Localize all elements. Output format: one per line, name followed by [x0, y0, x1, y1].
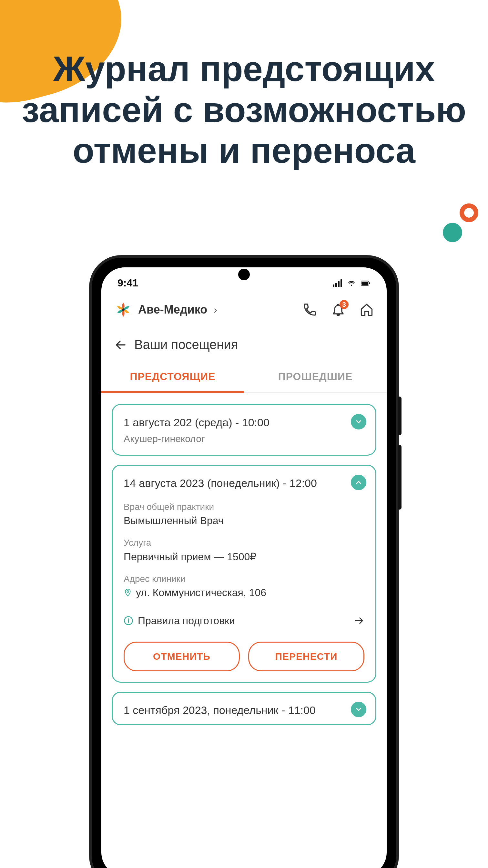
tab-past[interactable]: ПРОШЕДШИЕ: [244, 362, 387, 392]
reschedule-button[interactable]: ПЕРЕНЕСТИ: [248, 642, 364, 671]
signal-icon: [333, 279, 342, 287]
appointment-datetime: 1 сентября 2023, понедельник - 11:00: [124, 703, 364, 718]
svg-rect-2: [369, 282, 370, 284]
appointment-card[interactable]: 1 августа 202 (среда) - 10:00 Акушер-гин…: [112, 404, 376, 456]
svg-rect-1: [361, 282, 368, 285]
page-title-row: Ваши посещения: [101, 324, 387, 362]
svg-point-3: [122, 308, 125, 311]
map-pin-icon: [124, 588, 132, 597]
appointment-specialty: Акушер-гинеколог: [124, 433, 364, 444]
back-arrow-icon[interactable]: [114, 338, 127, 351]
appointment-card[interactable]: 1 сентября 2023, понедельник - 11:00: [112, 692, 376, 725]
bell-icon[interactable]: 3: [331, 303, 345, 317]
clinic-address: ул. Коммунистическая, 106: [136, 587, 266, 599]
brand-logo-icon[interactable]: [114, 301, 132, 319]
service-value: Первичный прием — 1500₽: [124, 551, 364, 563]
cancel-button[interactable]: ОТМЕНИТЬ: [124, 642, 240, 671]
appointment-datetime: 14 августа 2023 (понедельник) - 12:00: [124, 476, 364, 491]
phone-icon[interactable]: [303, 303, 317, 317]
doctor-label: Врач общей практики: [124, 502, 364, 512]
decorative-dot-orange: [460, 204, 478, 222]
collapse-button[interactable]: [351, 475, 366, 490]
wifi-icon: [347, 279, 356, 287]
expand-button[interactable]: [351, 702, 366, 717]
battery-icon: [361, 279, 370, 287]
phone-camera: [238, 269, 250, 280]
info-icon: [124, 616, 133, 625]
address-label: Адрес клиники: [124, 574, 364, 584]
chevron-down-icon: [355, 706, 362, 713]
doctor-name: Вымышленный Врач: [124, 515, 364, 527]
tab-upcoming[interactable]: ПРЕДСТОЯЩИЕ: [101, 362, 244, 392]
appointment-datetime: 1 августа 202 (среда) - 10:00: [124, 415, 364, 430]
decorative-dot-teal: [443, 223, 462, 242]
service-label: Услуга: [124, 538, 364, 548]
chevron-right-icon[interactable]: ›: [214, 304, 217, 316]
appointment-list: 1 августа 202 (среда) - 10:00 Акушер-гин…: [101, 393, 387, 725]
status-icons: [333, 279, 370, 287]
notification-badge: 3: [339, 300, 349, 309]
expand-button[interactable]: [351, 414, 366, 430]
home-icon[interactable]: [360, 303, 374, 317]
marketing-headline: Журнал предстоящих записей с возможность…: [0, 49, 488, 171]
phone-side-button: [398, 397, 401, 435]
arrow-right-icon: [353, 615, 364, 626]
preparation-rules-link[interactable]: Правила подготовки: [124, 615, 364, 627]
page-title: Ваши посещения: [134, 337, 238, 352]
chevron-down-icon: [355, 418, 362, 426]
phone-frame: 9:41: [89, 255, 399, 868]
chevron-up-icon: [355, 478, 362, 486]
brand-name[interactable]: Аве-Медико: [138, 303, 207, 316]
phone-side-button: [398, 445, 401, 509]
preparation-rules-label: Правила подготовки: [138, 615, 349, 627]
phone-screen: 9:41: [101, 268, 387, 868]
appointment-card-expanded: 14 августа 2023 (понедельник) - 12:00 Вр…: [112, 465, 376, 683]
tabs: ПРЕДСТОЯЩИЕ ПРОШЕДШИЕ: [101, 362, 387, 393]
app-header: Аве-Медико › 3: [101, 292, 387, 324]
status-time: 9:41: [118, 277, 138, 289]
